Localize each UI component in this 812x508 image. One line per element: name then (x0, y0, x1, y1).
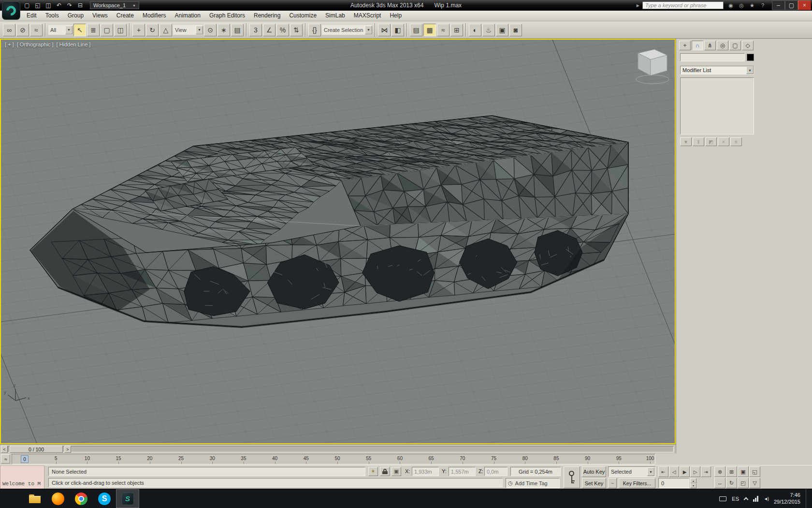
go-to-start-button[interactable]: ⇤ (658, 466, 668, 477)
render-production-button[interactable]: ◙ (509, 24, 522, 36)
taskbar-firefox[interactable] (46, 489, 70, 508)
search-input[interactable] (642, 1, 724, 9)
select-by-name-button[interactable]: ≣ (87, 24, 100, 36)
chevron-down-icon[interactable]: ▼ (647, 467, 654, 476)
key-filters-button[interactable]: Key Filters... (619, 478, 655, 488)
menu-views[interactable]: Views (88, 11, 112, 21)
menu-customize[interactable]: Customize (285, 11, 321, 21)
tab-hierarchy[interactable]: ⋔ (704, 41, 716, 50)
menu-help[interactable]: Help (385, 11, 406, 21)
rectangular-selection-region-button[interactable]: ▢ (101, 24, 113, 36)
curve-editor-button[interactable]: ≈ (437, 24, 450, 36)
menu-edit[interactable]: Edit (22, 11, 41, 21)
render-setup-button[interactable]: ♨ (482, 24, 495, 36)
modifier-list-dropdown[interactable]: Modifier List ▼ (680, 66, 754, 75)
workspace-dropdown[interactable]: Workspace_1 ▼ (90, 1, 139, 9)
project-folder-button[interactable]: ⊟ (75, 1, 85, 10)
taskbar-3ds-max[interactable]: S (116, 489, 139, 508)
z-coordinate-field[interactable]: 0,0m (484, 467, 508, 476)
add-time-tag[interactable]: ◷ Add Time Tag (506, 478, 560, 488)
menu-animation[interactable]: Animation (171, 11, 205, 21)
viewport-shading-menu[interactable]: [ Hidden Line ] (56, 42, 90, 47)
menu-maxscript[interactable]: MAXScript (349, 11, 386, 21)
graphite-modeling-tools-button[interactable]: ▦ (423, 24, 436, 36)
set-key-button[interactable]: Set Key (582, 478, 606, 488)
time-slider-track[interactable] (8, 446, 674, 452)
touch-keyboard-icon[interactable] (719, 496, 726, 501)
zoom-extents-button[interactable]: ▣ (738, 466, 749, 477)
absolute-mode-transform-icon[interactable]: ▣ (392, 467, 401, 476)
menu-rendering[interactable]: Rendering (249, 11, 285, 21)
percent-snap-toggle-button[interactable]: % (276, 24, 289, 36)
reference-coordinate-system-dropdown[interactable]: View▼ (173, 25, 203, 35)
y-coordinate-field[interactable]: 1,557m (449, 467, 476, 476)
angle-snap-toggle-button[interactable]: ∠ (263, 24, 276, 36)
minimize-button[interactable]: – (772, 0, 785, 10)
modifier-stack[interactable] (680, 77, 754, 134)
tab-create[interactable]: + (679, 41, 691, 50)
next-frame-button[interactable]: ▷ (690, 466, 700, 477)
default-in-out-tangents-icon[interactable]: ~ (608, 478, 617, 488)
redo-button[interactable]: ↷ (65, 1, 74, 10)
show-desktop-button[interactable] (806, 489, 808, 508)
mirror-button[interactable]: ⋈ (378, 24, 391, 36)
play-animation-button[interactable]: ▶ (680, 466, 690, 477)
menu-group[interactable]: Group (63, 11, 88, 21)
manage-layers-button[interactable]: ▤ (410, 24, 422, 36)
menu-simlab[interactable]: SimLab (321, 11, 349, 21)
material-editor-button[interactable]: ◐ (469, 24, 481, 36)
bind-to-space-warp-button[interactable]: ≈ (30, 24, 43, 36)
tab-motion[interactable]: ◎ (717, 41, 728, 50)
menu-modifiers[interactable]: Modifiers (138, 11, 171, 21)
track-bar-ruler[interactable]: 0 51015202530354045505560657075808590951… (12, 454, 655, 464)
viewport-canvas[interactable]: xyz (1, 40, 675, 443)
taskbar-skype[interactable]: S (93, 489, 116, 508)
viewport-general-menu[interactable]: [ + ] (5, 42, 14, 47)
next-frame-button[interactable]: > (64, 446, 71, 453)
previous-frame-button[interactable]: < (1, 446, 8, 453)
auto-key-button[interactable]: Auto Key (582, 466, 606, 477)
set-key-mode-button[interactable] (564, 466, 580, 488)
save-file-button[interactable]: ◫ (44, 1, 53, 10)
communication-center-icon[interactable]: ◎ (737, 1, 746, 9)
chevron-down-icon[interactable]: ▼ (365, 26, 372, 34)
zoom-all-button[interactable]: ⊞ (726, 466, 737, 477)
selection-filter-dropdown[interactable]: All▼ (48, 25, 72, 35)
select-and-manipulate-button[interactable]: ∗ (218, 24, 230, 36)
schematic-view-button[interactable]: ⊞ (450, 24, 463, 36)
undo-button[interactable]: ↶ (54, 1, 64, 10)
maximize-viewport-toggle-button[interactable]: ◰ (738, 478, 749, 488)
menu-create[interactable]: Create (112, 11, 138, 21)
pin-stack-button[interactable]: ▼ (680, 137, 692, 146)
go-to-end-button[interactable]: ⇥ (701, 466, 711, 477)
chevron-down-icon[interactable]: ▼ (746, 66, 754, 74)
tab-modify[interactable]: ∩ (692, 41, 703, 50)
clock[interactable]: 7:46 29/12/2015 (774, 492, 800, 506)
unlink-selection-button[interactable]: ⊘ (16, 24, 29, 36)
language-indicator[interactable]: ES (732, 496, 739, 502)
viewport[interactable]: xyz [ + ] [ Orthographic ] [ Hidden Line… (0, 39, 676, 444)
named-selection-sets-dropdown[interactable]: Create Selection Se▼ (322, 25, 372, 35)
key-mode-dropdown[interactable]: Selected ▼ (608, 466, 655, 477)
pan-view-button[interactable]: ↔ (714, 478, 725, 488)
maximize-button[interactable]: ▢ (785, 0, 798, 10)
spinner-down-icon[interactable]: ▾ (690, 483, 696, 489)
new-scene-button[interactable]: ▢ (22, 1, 32, 10)
menu-tools[interactable]: Tools (41, 11, 63, 21)
select-object-button[interactable]: ↖ (73, 24, 86, 36)
taskbar-chrome[interactable] (70, 489, 93, 508)
select-and-move-button[interactable]: + (132, 24, 145, 36)
field-of-view-button[interactable]: ▽ (749, 478, 760, 488)
previous-frame-button[interactable]: ◁ (669, 466, 679, 477)
selection-lock-icon[interactable] (380, 467, 390, 476)
menu-graph-editors[interactable]: Graph Editors (205, 11, 249, 21)
edit-named-selection-sets-button[interactable]: {} (308, 24, 321, 36)
align-button[interactable]: ◧ (392, 24, 404, 36)
network-icon[interactable] (753, 496, 758, 502)
spinner-snap-toggle-button[interactable]: ⇅ (290, 24, 303, 36)
infocenter-expand-icon[interactable]: ▶ (637, 3, 639, 8)
viewport-pov-menu[interactable]: [ Orthographic ] (17, 42, 54, 47)
welcome-window[interactable]: Welcome to M (0, 465, 44, 489)
x-coordinate-field[interactable]: 1,933m (412, 467, 439, 476)
isolate-selection-icon[interactable]: ☀ (368, 467, 378, 476)
